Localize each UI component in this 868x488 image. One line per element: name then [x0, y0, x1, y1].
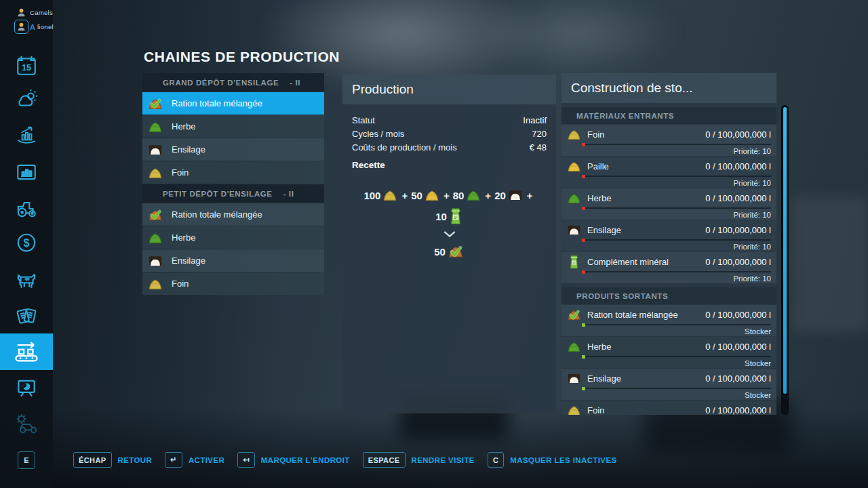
- storage-row[interactable]: Herbe0 / 100,000,000 lStocker: [561, 337, 776, 368]
- plus-sign: +: [485, 190, 491, 201]
- animals-icon: [14, 268, 39, 291]
- storage-row-label: Foin: [587, 129, 604, 140]
- keybind-label: MASQUER LES INACTIVES: [510, 456, 616, 464]
- plus-sign: +: [527, 190, 533, 201]
- player-avatar-icon: [16, 22, 26, 32]
- sidebar-item-animals[interactable]: [0, 262, 53, 298]
- storage-row-label: Paille: [587, 161, 609, 171]
- storage-row[interactable]: Ration totale mélangée0 / 100,000,000 lS…: [561, 305, 776, 336]
- stat-label: Cycles / mois: [352, 129, 404, 139]
- list-item-label: Ensilage: [172, 144, 205, 155]
- svg-text:$: $: [24, 237, 30, 249]
- storage-row-top: Complément minéral0 / 100,000,000 l: [567, 253, 771, 270]
- sidebar-item-ai-board[interactable]: [0, 370, 53, 407]
- scrollbar-thumb[interactable]: [783, 107, 787, 394]
- storage-row-level-dot: [582, 207, 585, 210]
- storage-row-label: Ensilage: [587, 225, 621, 235]
- storage-row-top: Ensilage0 / 100,000,000 l: [567, 222, 771, 238]
- storage-row-sub: Priorité: 10: [567, 241, 771, 251]
- player-name: lionel: [37, 23, 54, 30]
- list-item[interactable]: Ration totale mélangée: [142, 92, 324, 115]
- sidebar-item-money[interactable]: $: [0, 224, 53, 261]
- stat-value: € 48: [530, 142, 547, 152]
- storage-row-progressbar: [582, 324, 771, 325]
- recipe-label: Recette: [342, 154, 556, 170]
- list-item[interactable]: Foin: [142, 161, 324, 184]
- storage-row-value: 0 / 100,000,000 l: [705, 193, 771, 203]
- storage-row[interactable]: Foin0 / 100,000,000 lPriorité: 10: [561, 125, 776, 156]
- sidebar-item-statistics[interactable]: [0, 154, 53, 190]
- stat-value: 720: [532, 129, 547, 139]
- stat-row: StatutInactif: [352, 113, 547, 127]
- storage-row-label: Foin: [587, 405, 604, 415]
- production-stats: StatutInactifCycles / mois720Coûts de pr…: [342, 104, 556, 154]
- production-group-header: GRAND DÉPÔT D'ENSILAGE- II: [142, 73, 324, 92]
- foin-icon: [567, 127, 581, 142]
- sidebar-item-calendar[interactable]: 15: [0, 47, 53, 84]
- sidebar-item-key-e[interactable]: E: [0, 442, 53, 479]
- storage-row-value: 0 / 100,000,000 l: [705, 225, 771, 235]
- stat-row: Coûts de production / mois€ 48: [352, 140, 547, 154]
- keybind-activer[interactable]: ↵ACTIVER: [165, 452, 224, 468]
- keybind-retour[interactable]: ÉCHAPRETOUR: [73, 452, 152, 468]
- paille-icon: [425, 188, 439, 203]
- list-item[interactable]: Ration totale mélangée: [142, 203, 324, 226]
- storage-row-level-dot: [582, 143, 585, 146]
- storage-row-value: 0 / 100,000,000 l: [705, 129, 771, 140]
- group-header-suffix: - II: [290, 79, 300, 87]
- ration-icon: [567, 308, 581, 322]
- storage-row-value: 0 / 100,000,000 l: [705, 405, 771, 415]
- ration-icon: [148, 207, 163, 222]
- storage-row-top: Ensilage0 / 100,000,000 l: [567, 370, 771, 386]
- storage-row-level-dot: [582, 270, 585, 274]
- sidebar-item-weather[interactable]: [0, 81, 53, 118]
- ration-icon: [448, 243, 464, 260]
- recipe: 100+50+80+20+1050: [342, 188, 556, 260]
- keybind-rendre-visite[interactable]: ESPACERENDRE VISITE: [363, 452, 475, 468]
- storage-row[interactable]: Foin0 / 100,000,000 lStocker: [561, 401, 776, 415]
- group-header-label: GRAND DÉPÔT D'ENSILAGE: [163, 79, 279, 87]
- sidebar-item-production[interactable]: [0, 333, 53, 370]
- production-panel: Production StatutInactifCycles / mois720…: [342, 75, 556, 413]
- storage-row-level-dot: [582, 239, 585, 242]
- sidebar-item-finance[interactable]: [0, 117, 53, 154]
- herbe-icon: [567, 191, 581, 205]
- storage-row[interactable]: Paille0 / 100,000,000 lPriorité: 10: [561, 157, 776, 188]
- group-header-suffix: - II: [283, 190, 294, 198]
- storage-row-value: 0 / 100,000,000 l: [705, 161, 771, 171]
- storage-row[interactable]: Ensilage0 / 100,000,000 lPriorité: 10: [561, 220, 776, 251]
- background-building: [792, 197, 868, 332]
- keybind-marquer-l-endroit[interactable]: ↤MARQUER L'ENDROIT: [237, 452, 350, 468]
- plus-sign: +: [443, 190, 450, 201]
- production-icon: [13, 340, 40, 364]
- storage-row[interactable]: Complément minéral0 / 100,000,000 lPrior…: [561, 252, 776, 283]
- player-badge: A: [30, 23, 35, 31]
- list-item[interactable]: Ensilage: [142, 138, 324, 161]
- storage-row[interactable]: Ensilage0 / 100,000,000 lStocker: [561, 369, 776, 400]
- chevron-down-icon: [443, 231, 456, 237]
- plus-sign: +: [401, 190, 408, 201]
- ensilage-icon: [567, 371, 581, 386]
- recipe-qty: 50: [411, 190, 422, 201]
- list-item[interactable]: Foin: [142, 272, 324, 295]
- stat-label: Coûts de production / mois: [352, 142, 457, 152]
- list-item[interactable]: Herbe: [142, 226, 324, 249]
- foin-icon: [382, 188, 397, 203]
- herbe-icon: [466, 188, 481, 203]
- stat-row: Cycles / mois720: [352, 127, 547, 140]
- list-item[interactable]: Ensilage: [142, 249, 324, 272]
- scrollbar[interactable]: [781, 105, 789, 415]
- list-item[interactable]: Herbe: [142, 115, 324, 138]
- sidebar: 15$E: [0, 0, 53, 488]
- sidebar-item-garage[interactable]: [0, 405, 53, 442]
- storage-row-progressbar: [582, 356, 771, 357]
- list-item-label: Herbe: [172, 232, 195, 243]
- keybind-masquer-les-inactives[interactable]: CMASQUER LES INACTIVES: [488, 452, 617, 468]
- finance-icon: [15, 124, 38, 147]
- sidebar-item-vehicles[interactable]: [0, 190, 53, 226]
- storage-row-progressbar: [582, 144, 771, 145]
- list-item-label: Ration totale mélangée: [172, 98, 262, 108]
- storage-row[interactable]: Herbe0 / 100,000,000 lPriorité: 10: [561, 188, 776, 220]
- sidebar-item-contracts[interactable]: [0, 298, 53, 335]
- list-item-label: Ration totale mélangée: [172, 209, 262, 220]
